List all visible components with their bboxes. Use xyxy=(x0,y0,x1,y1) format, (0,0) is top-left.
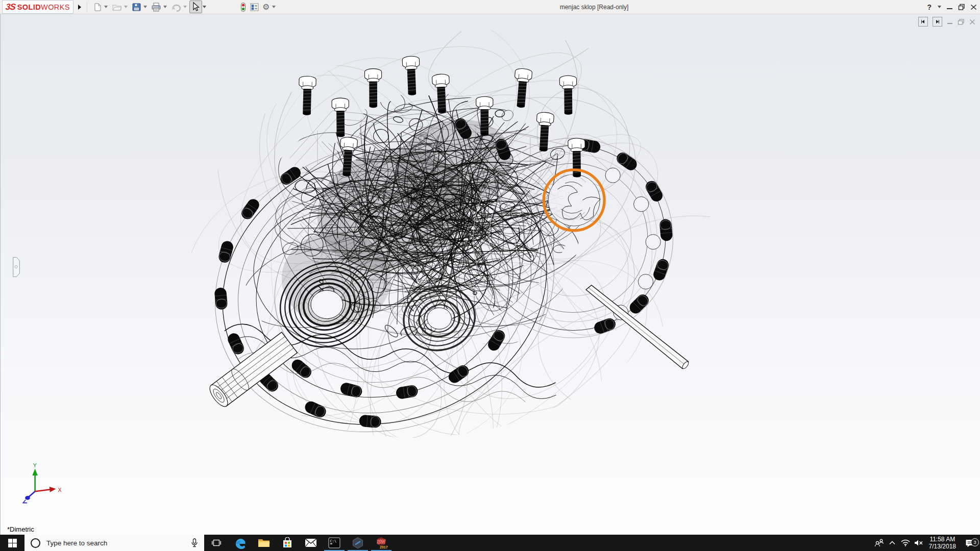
taskbar-app-mail[interactable] xyxy=(299,535,323,551)
doc-restore-button[interactable] xyxy=(958,19,965,25)
save-button[interactable] xyxy=(130,1,143,13)
graphics-viewport[interactable]: Y X *Dimetric xyxy=(0,14,980,535)
doc-minimize-button[interactable] xyxy=(947,19,953,25)
menu-flyout-arrow[interactable] xyxy=(75,2,84,13)
taskbar-app-solidworks[interactable]: SW 2017 xyxy=(370,535,393,551)
help-button[interactable]: ? xyxy=(926,3,933,11)
previous-document-button[interactable] xyxy=(918,17,928,27)
undo-button[interactable] xyxy=(169,1,183,13)
axis-x-label: X xyxy=(58,487,61,493)
microsoft-store-icon xyxy=(282,537,293,548)
select-caret[interactable] xyxy=(202,1,207,13)
caret-down-icon xyxy=(104,6,108,8)
clock-time: 11:58 AM xyxy=(929,536,956,543)
view-orientation-label: *Dimetric xyxy=(7,525,34,533)
task-view-icon xyxy=(212,539,221,547)
right-triangle-icon xyxy=(78,4,82,10)
orientation-triad: Y X xyxy=(23,462,61,503)
select-cursor-icon xyxy=(191,2,200,12)
taskbar-search[interactable] xyxy=(24,535,204,551)
solidworks-3s-mark: 3S xyxy=(5,2,16,12)
taskbar-clock[interactable]: 11:58 AM 7/13/2018 xyxy=(925,536,960,550)
notification-badge: 3 xyxy=(971,538,979,546)
undo-arrow-icon xyxy=(171,3,181,12)
taskbar-app-store[interactable] xyxy=(276,535,299,551)
open-caret[interactable] xyxy=(124,1,129,13)
caret-down-icon xyxy=(272,6,276,8)
solidworks-2017-icon: SW 2017 xyxy=(375,536,388,549)
print-icon xyxy=(151,3,161,12)
file-explorer-icon xyxy=(258,538,270,548)
cad-model-wireframe: Y X xyxy=(1,14,980,535)
new-document-icon xyxy=(93,3,102,12)
windows-logo-icon xyxy=(8,539,17,547)
axis-y-label: Y xyxy=(33,462,37,468)
microphone-icon[interactable] xyxy=(191,538,198,547)
open-folder-icon xyxy=(112,3,122,12)
new-document-caret[interactable] xyxy=(104,1,109,13)
restore-button[interactable] xyxy=(958,4,965,10)
caret-down-icon xyxy=(163,6,167,8)
logo-works: WORKS xyxy=(41,3,70,11)
open-button[interactable] xyxy=(110,1,124,13)
solidworks-logo[interactable]: 3S SOLIDWORKS xyxy=(2,0,74,14)
save-caret[interactable] xyxy=(143,1,148,13)
start-button[interactable] xyxy=(0,535,24,551)
new-document-button[interactable] xyxy=(91,1,104,13)
taskbar-app-command-prompt[interactable]: C:\ xyxy=(323,535,346,551)
right-triangle-icon xyxy=(935,19,940,24)
next-document-button[interactable] xyxy=(933,17,942,27)
print-caret[interactable] xyxy=(163,1,168,13)
wifi-icon[interactable] xyxy=(899,539,912,546)
hexagon-app-icon xyxy=(352,537,364,549)
settings-button[interactable]: ⚙ xyxy=(261,1,271,13)
edge-icon xyxy=(234,537,247,549)
options-list-button[interactable] xyxy=(248,1,261,13)
traffic-light-icon xyxy=(240,2,247,12)
undo-caret[interactable] xyxy=(183,1,188,13)
help-caret-icon[interactable] xyxy=(938,6,941,8)
taskbar-app-file-explorer[interactable] xyxy=(252,535,276,551)
rebuild-button[interactable] xyxy=(238,1,248,13)
titlebar: 3S SOLIDWORKS xyxy=(0,0,980,14)
logo-solid: SOLID xyxy=(17,3,41,11)
clock-date: 7/13/2018 xyxy=(929,543,956,550)
gear-icon: ⚙ xyxy=(262,3,270,11)
close-button[interactable] xyxy=(970,4,977,10)
mail-icon xyxy=(305,538,317,547)
svg-text:2017: 2017 xyxy=(380,545,388,549)
minimize-button[interactable] xyxy=(946,4,953,10)
cortana-icon xyxy=(31,538,40,548)
doc-close-button[interactable] xyxy=(969,19,975,25)
panel-tab-dot xyxy=(15,265,17,268)
svg-text:SW: SW xyxy=(377,539,386,545)
volume-muted-icon[interactable] xyxy=(912,539,925,546)
caret-down-icon xyxy=(124,6,128,8)
settings-caret[interactable] xyxy=(271,1,276,13)
caret-down-icon xyxy=(183,6,187,8)
taskbar-app-edge[interactable] xyxy=(229,535,252,551)
taskbar-app-hexagon[interactable] xyxy=(346,535,370,551)
print-button[interactable] xyxy=(150,1,163,13)
windows-taskbar: C:\ SW 2017 xyxy=(0,535,980,551)
people-tray-icon[interactable] xyxy=(872,539,886,547)
search-input[interactable] xyxy=(45,539,191,547)
task-view-button[interactable] xyxy=(204,535,229,551)
window-title: menjac sklop [Read-only] xyxy=(560,4,629,11)
svg-text:C:\: C:\ xyxy=(330,539,337,543)
caret-down-icon xyxy=(143,6,147,8)
save-floppy-icon xyxy=(132,3,141,12)
select-tool-button[interactable] xyxy=(189,1,202,13)
tray-overflow-chevron[interactable] xyxy=(886,541,899,545)
caret-down-icon xyxy=(203,6,206,8)
left-triangle-icon xyxy=(921,19,925,24)
action-center-button[interactable]: 3 xyxy=(960,539,980,547)
options-list-icon xyxy=(250,3,259,12)
command-prompt-icon: C:\ xyxy=(328,537,340,548)
